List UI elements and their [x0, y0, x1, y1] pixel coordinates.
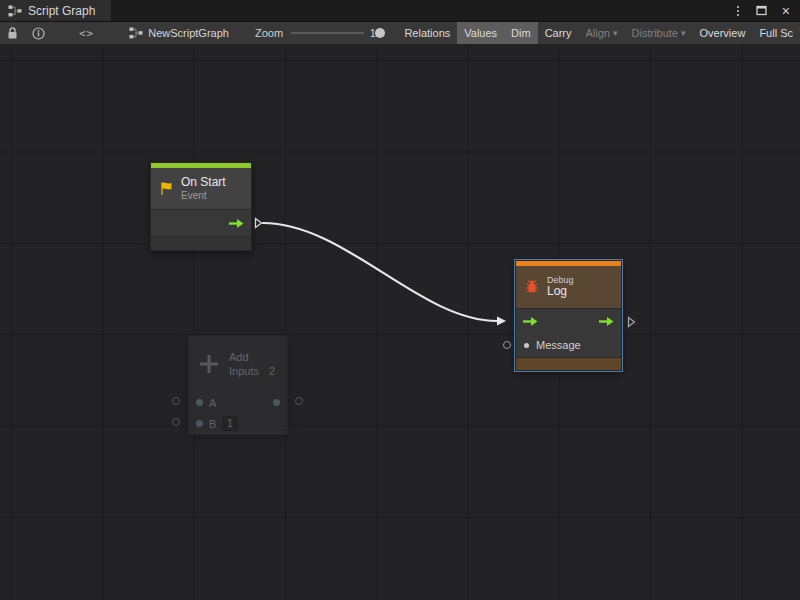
zoom-slider-knob[interactable] — [375, 28, 385, 38]
node-debug-log[interactable]: Debug Log Message — [515, 260, 622, 371]
port-b-label: B — [209, 418, 216, 430]
add-inputs-row-a: A — [189, 392, 287, 413]
title-bar: Script Graph × — [0, 0, 800, 22]
add-inputs-title-block: Add Inputs 2 — [229, 350, 275, 379]
window-controls: × — [735, 0, 800, 21]
debug-flow-row — [516, 309, 621, 333]
debug-message-row: Message — [516, 333, 621, 357]
graph-asset-icon — [129, 27, 143, 39]
bug-icon — [524, 279, 540, 295]
toolbar-button-values[interactable]: Values — [457, 22, 504, 44]
script-graph-window: Script Graph × <> — [0, 0, 800, 600]
debug-message-input-port[interactable] — [503, 341, 511, 349]
tab-title: Script Graph — [28, 4, 95, 18]
node-on-start[interactable]: On Start Event — [150, 162, 252, 251]
toolbar-button-carry[interactable]: Carry — [538, 22, 579, 44]
on-start-output-row — [151, 210, 251, 236]
on-start-title-block: On Start Event — [181, 176, 226, 201]
debug-log-title-block: Debug Log — [547, 275, 574, 299]
on-start-subtitle: Event — [181, 190, 226, 202]
zoom-label: Zoom — [255, 27, 283, 39]
add-inputs-b-input-port[interactable] — [172, 418, 180, 426]
connection-arrowhead — [497, 317, 506, 326]
add-inputs-header[interactable]: Add Inputs 2 — [189, 336, 287, 392]
titlebar-spacer — [111, 0, 734, 21]
flow-out-arrow-icon[interactable] — [598, 316, 615, 327]
on-start-output-port[interactable] — [254, 217, 263, 229]
add-inputs-output-port[interactable] — [295, 397, 303, 405]
add-inputs-count[interactable]: 2 — [269, 364, 275, 378]
toolbar-button-align[interactable]: Align ▾ — [579, 22, 625, 44]
toolbar-button-overview[interactable]: Overview — [693, 22, 753, 44]
graph-toolbar: <> NewScriptGraph Zoom 1x Relations Valu… — [0, 22, 800, 45]
code-icon: <> — [79, 27, 94, 40]
graph-name-button[interactable]: NewScriptGraph — [123, 22, 235, 44]
node-add-inputs[interactable]: Add Inputs 2 A B 1 — [188, 335, 288, 435]
info-icon — [32, 27, 45, 40]
add-inputs-a-input-port[interactable] — [172, 397, 180, 405]
port-b-dot[interactable] — [196, 420, 203, 427]
toolbar-buttons: Relations Values Dim Carry Align ▾ Distr… — [397, 22, 800, 44]
add-inputs-line1: Add — [229, 350, 275, 364]
lock-button[interactable] — [0, 22, 25, 44]
message-label: Message — [536, 339, 581, 351]
distribute-label: Distribute — [632, 27, 678, 39]
graph-name-label: NewScriptGraph — [148, 27, 229, 39]
toolbar-button-relations[interactable]: Relations — [397, 22, 457, 44]
edit-code-button[interactable]: <> — [72, 22, 101, 44]
on-start-footer — [151, 236, 251, 250]
align-label: Align — [586, 27, 610, 39]
debug-title: Log — [547, 285, 574, 299]
flag-icon — [159, 181, 174, 196]
tab-script-graph[interactable]: Script Graph — [0, 0, 111, 21]
zoom-slider-track — [291, 32, 364, 34]
connection-wire[interactable] — [263, 223, 497, 321]
plus-icon — [197, 352, 221, 376]
maximize-icon[interactable] — [756, 5, 767, 16]
flow-out-arrow-icon[interactable] — [228, 218, 245, 229]
port-b-value-field[interactable]: 1 — [222, 416, 238, 431]
toolbar-button-fullscreen[interactable]: Full Sc — [752, 22, 800, 44]
port-a-label: A — [209, 397, 216, 409]
output-a-dot[interactable] — [273, 399, 280, 406]
chevron-down-icon: ▾ — [613, 28, 618, 38]
zoom-slider[interactable] — [291, 28, 364, 38]
close-icon[interactable]: × — [782, 4, 790, 18]
message-port-dot[interactable] — [524, 343, 529, 348]
on-start-title: On Start — [181, 176, 226, 190]
toolbar-button-distribute[interactable]: Distribute ▾ — [625, 22, 693, 44]
add-inputs-line2: Inputs — [229, 364, 259, 378]
add-inputs-row-b: B 1 — [189, 413, 287, 434]
more-menu-icon[interactable] — [735, 4, 741, 18]
debug-log-header[interactable]: Debug Log — [516, 266, 621, 309]
toolbar-button-dim[interactable]: Dim — [504, 22, 538, 44]
graph-canvas[interactable]: On Start Event — [0, 45, 800, 600]
script-graph-icon — [8, 5, 22, 17]
lock-icon — [7, 27, 18, 40]
debug-output-port[interactable] — [627, 316, 636, 328]
debug-log-footer — [516, 357, 621, 370]
flow-in-arrow-icon[interactable] — [522, 316, 539, 327]
info-button[interactable] — [25, 22, 52, 44]
on-start-header[interactable]: On Start Event — [151, 168, 251, 210]
wire-layer — [0, 45, 800, 600]
chevron-down-icon: ▾ — [681, 28, 686, 38]
port-a-dot[interactable] — [196, 399, 203, 406]
